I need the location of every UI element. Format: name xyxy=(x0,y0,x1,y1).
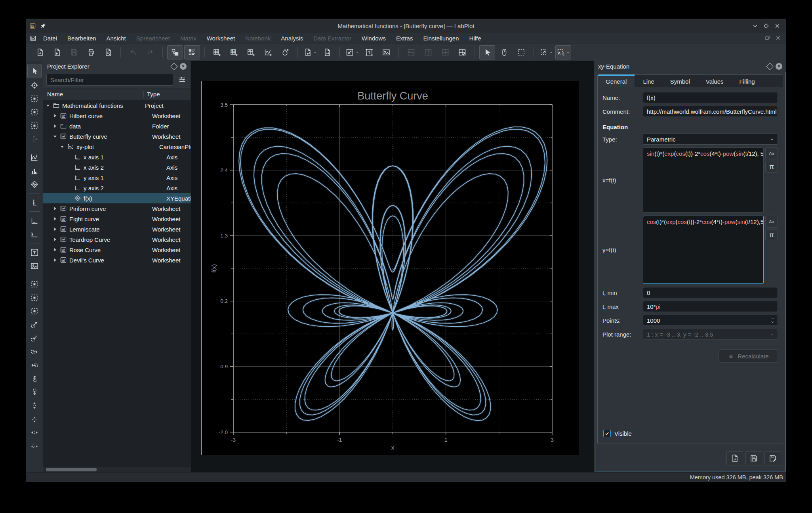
titlebar[interactable]: Mathematical functions - [Butterfly curv… xyxy=(26,19,786,33)
tree-row-data[interactable]: dataFolder xyxy=(43,121,191,131)
minimize-button[interactable] xyxy=(751,21,759,30)
expander-icon[interactable] xyxy=(53,237,58,242)
worksheet-page[interactable]: 3.52.41.30.2-0.9-2.0-3-113Butterfly Curv… xyxy=(201,81,579,455)
column-header-name[interactable]: Name xyxy=(43,91,144,98)
tree-row-y-axis-2[interactable]: y axis 2Axis xyxy=(43,183,191,193)
tree-row-teardrop-curve[interactable]: Teardrop CurveWorksheet xyxy=(43,234,191,245)
name-field[interactable]: f(x) xyxy=(643,92,778,103)
tree-row-mathematical-functions[interactable]: Mathematical functionsProject xyxy=(43,100,191,111)
ws-zoom-y-select-button[interactable] xyxy=(27,119,42,132)
tree-row-devil-s-curve[interactable]: Devil's CurveWorksheet xyxy=(43,255,191,265)
zoom-x-region-button[interactable] xyxy=(27,291,42,304)
spin-down-icon[interactable] xyxy=(770,320,775,324)
x-functions-button[interactable]: π xyxy=(765,161,778,173)
add-xy-curve-button[interactable] xyxy=(27,151,42,164)
expander-icon[interactable] xyxy=(53,123,58,129)
magnification-button[interactable] xyxy=(538,45,554,59)
add-axis-button[interactable] xyxy=(27,196,42,209)
tab-filling[interactable]: Filling xyxy=(732,75,763,87)
close-button[interactable] xyxy=(773,21,782,30)
props-float-icon[interactable] xyxy=(766,63,773,70)
tree-row-x-axis-2[interactable]: x axis 2Axis xyxy=(43,162,191,172)
column-header-type[interactable]: Type xyxy=(144,91,160,98)
tree-row-f-x[interactable]: f(x)XYEquationCurve xyxy=(43,193,191,203)
print-button[interactable] xyxy=(83,45,99,59)
tab-values[interactable]: Values xyxy=(698,75,732,87)
points-spinbox[interactable]: 1000 xyxy=(643,315,778,326)
new-workbook-button[interactable] xyxy=(243,45,259,59)
zoom-region-button[interactable] xyxy=(27,278,42,291)
add-histogram-button[interactable] xyxy=(27,164,42,177)
ws-zoom-select-button[interactable] xyxy=(27,92,42,105)
menu-worksheet[interactable]: Worksheet xyxy=(202,34,240,42)
ws-crosshair-button[interactable] xyxy=(27,78,42,92)
import-button[interactable] xyxy=(302,45,318,59)
new-plot-button[interactable] xyxy=(260,45,276,59)
mdi-close-icon[interactable] xyxy=(775,34,782,42)
toggle-properties-dock-button[interactable] xyxy=(184,45,200,59)
tab-line[interactable]: Line xyxy=(635,75,662,87)
ws-select-button[interactable] xyxy=(27,64,42,78)
shift-right-button[interactable] xyxy=(27,345,42,358)
expander-icon[interactable] xyxy=(53,113,58,119)
menu-analysis[interactable]: Analysis xyxy=(276,34,308,42)
load-function-button[interactable] xyxy=(726,451,743,465)
menu-datei[interactable]: Datei xyxy=(38,34,62,42)
add-y-axis-button[interactable] xyxy=(27,228,42,241)
expander-icon[interactable] xyxy=(53,216,58,222)
zoom-out-button[interactable] xyxy=(27,331,42,345)
worksheet-zoom-button[interactable] xyxy=(344,45,360,59)
shift-left-button[interactable] xyxy=(27,358,42,371)
break-layout-button[interactable] xyxy=(454,45,470,59)
new-project-button[interactable] xyxy=(32,45,48,59)
expander-icon[interactable] xyxy=(53,226,58,232)
new-matrix-button[interactable] xyxy=(226,45,242,59)
visible-checkbox[interactable] xyxy=(603,430,611,437)
ws-add-text-button[interactable] xyxy=(27,246,42,259)
comment-field[interactable]: http://mathworld.wolfram.com/ButterflyCu… xyxy=(643,106,778,117)
select-mode-button[interactable] xyxy=(479,45,495,59)
scale-auto-x-button[interactable] xyxy=(27,412,42,425)
new-spreadsheet-button[interactable] xyxy=(209,45,225,59)
dock-close-icon[interactable]: × xyxy=(180,63,187,70)
expander-icon[interactable] xyxy=(53,134,58,139)
expander-icon[interactable] xyxy=(46,103,51,108)
scrollbar-thumb[interactable] xyxy=(46,468,97,471)
add-text-label-button[interactable] xyxy=(361,45,377,59)
worksheet-view[interactable]: 3.52.41.30.2-0.9-2.0-3-113Butterfly Curv… xyxy=(191,61,594,472)
y-equation-field[interactable]: cos(t)*(exp(cos(t))-2*cos(4*t)-pow(sin(t… xyxy=(643,216,764,284)
y-constants-button[interactable]: Aa xyxy=(765,216,778,228)
horizontal-scrollbar[interactable] xyxy=(43,467,191,472)
save-function-button[interactable] xyxy=(745,451,762,465)
menu-extras[interactable]: Extras xyxy=(391,34,418,42)
zoom-in-button[interactable] xyxy=(27,318,42,331)
save-function-as-button[interactable] xyxy=(764,451,781,465)
scale-fit-button[interactable] xyxy=(27,439,42,452)
pin-icon[interactable] xyxy=(40,23,46,29)
tree-row-piriform-curve[interactable]: Piriform curveWorksheet xyxy=(43,203,191,214)
tree-row-y-axis-1[interactable]: y axis 1Axis xyxy=(43,172,191,183)
print-preview-button[interactable] xyxy=(100,45,116,59)
menu-einstellungen[interactable]: Einstellungen xyxy=(418,34,464,42)
filter-options-button[interactable] xyxy=(177,75,187,85)
tree-row-butterfly-curve[interactable]: Butterfly curveWorksheet xyxy=(43,131,191,142)
tmax-field[interactable]: 10*pi xyxy=(643,301,778,312)
toggle-project-explorer-button[interactable] xyxy=(167,45,183,59)
export-button[interactable] xyxy=(319,45,335,59)
color-maps-button[interactable] xyxy=(277,45,293,59)
tab-symbol[interactable]: Symbol xyxy=(662,75,698,87)
tmin-field[interactable]: 0 xyxy=(643,287,778,298)
open-project-button[interactable] xyxy=(49,45,65,59)
shift-down-button[interactable] xyxy=(27,385,42,398)
expander-icon[interactable] xyxy=(53,257,58,263)
scale-auto-y-button[interactable] xyxy=(27,399,42,412)
menu-bearbeiten[interactable]: Bearbeiten xyxy=(62,34,101,42)
expander-icon[interactable] xyxy=(53,206,58,211)
expander-icon[interactable] xyxy=(53,247,58,253)
tree-row-eight-curve[interactable]: Eight curveWorksheet xyxy=(43,214,191,224)
tree-row-hilbert-curve[interactable]: Hilbert curveWorksheet xyxy=(43,111,191,121)
tree-row-xy-plot[interactable]: xy-plotCartesianPlot xyxy=(43,142,191,152)
mdi-restore-icon[interactable] xyxy=(764,34,771,42)
zoom-level-button[interactable] xyxy=(555,45,571,59)
add-image-button[interactable] xyxy=(378,45,394,59)
